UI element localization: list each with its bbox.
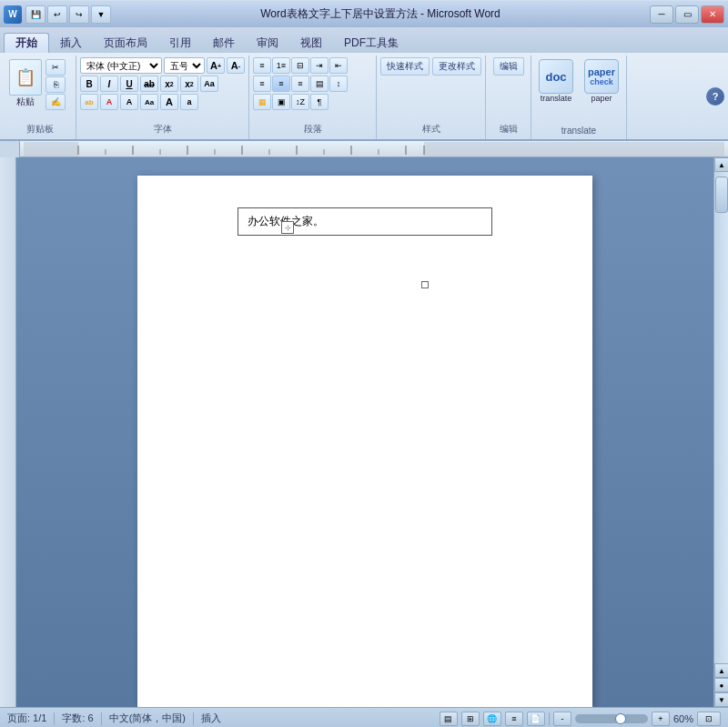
clipboard-buttons: 📋 粘贴 ✂ ⎘ ✍ [7, 57, 72, 121]
italic-button[interactable]: I [100, 76, 118, 92]
minimize-button[interactable]: ─ [650, 5, 673, 24]
align-left-button[interactable]: ≡ [253, 76, 271, 92]
status-separator-4 [549, 712, 550, 725]
ruler-ticks-svg [24, 142, 724, 157]
font-name-select[interactable]: 宋体 (中文正) [80, 57, 162, 74]
format-painter-button[interactable]: ✍ [46, 94, 66, 110]
underline-button[interactable]: U [120, 76, 138, 92]
title-bar: W 💾 ↩ ↪ ▼ Word表格文字上下居中设置方法 - Microsoft W… [0, 0, 728, 27]
quick-styles-button[interactable]: 快速样式 [380, 57, 430, 76]
undo-quick-btn[interactable]: ↩ [47, 5, 67, 24]
change-case-button[interactable]: Aa [140, 94, 158, 110]
zoom-percentage: 60% [673, 713, 693, 724]
tab-pdf-tools[interactable]: PDF工具集 [333, 33, 410, 53]
show-marks-button[interactable]: ¶ [310, 94, 329, 110]
line-spacing-button[interactable]: ↕ [329, 76, 348, 92]
decrease-indent-button[interactable]: ⇤ [329, 57, 348, 74]
tab-home[interactable]: 开始 [4, 33, 49, 53]
document-area[interactable]: ⊹ 办公软件之家。 [16, 157, 713, 707]
styles-controls: 快速样式 更改样式 [380, 57, 481, 121]
font-color-row: ab A A Aa A a [80, 94, 198, 110]
shading-button[interactable]: ▦ [253, 94, 271, 110]
help-button[interactable]: ? [706, 87, 724, 106]
prev-page-button[interactable]: ▲ [714, 663, 728, 678]
paste-icon: 📋 [9, 59, 42, 96]
view-full-screen-button[interactable]: ⊞ [461, 712, 480, 726]
view-outline-button[interactable]: ≡ [505, 712, 523, 726]
table-move-handle[interactable]: ⊹ [281, 221, 294, 234]
copy-button[interactable]: ⎘ [46, 76, 66, 93]
doc-translate-button[interactable]: doc translate [535, 57, 577, 105]
ruler-marks [20, 141, 728, 157]
vertical-scrollbar[interactable]: ▲ ▲ ● ▼ [713, 157, 728, 707]
cut-button[interactable]: ✂ [46, 59, 66, 76]
paper-check-button[interactable]: paper check paper [581, 57, 622, 105]
save-quick-btn[interactable]: 💾 [25, 5, 46, 24]
tab-references[interactable]: 引用 [158, 33, 202, 53]
word-count: 字数: 6 [62, 712, 93, 725]
redo-quick-btn[interactable]: ↪ [69, 5, 89, 24]
tab-page-layout[interactable]: 页面布局 [93, 33, 158, 53]
tab-view[interactable]: 视图 [289, 33, 333, 53]
paste-button[interactable]: 📋 粘贴 [7, 57, 44, 110]
clipboard-group: 📋 粘贴 ✂ ⎘ ✍ 剪贴板 [4, 56, 76, 139]
table-cell[interactable]: 办公软件之家。 [238, 208, 492, 236]
zoom-slider[interactable] [575, 714, 648, 723]
document-page: ⊹ 办公软件之家。 [137, 176, 592, 707]
document-table[interactable]: 办公软件之家。 [238, 207, 492, 236]
large-a-button[interactable]: A [160, 94, 178, 110]
multilevel-list-button[interactable]: ⊟ [291, 57, 309, 74]
select-browse-button[interactable]: ● [714, 678, 728, 692]
next-page-button[interactable]: ▼ [714, 692, 728, 707]
font-format-row: B I U ab x2 x2 Aa [80, 76, 218, 92]
scroll-track[interactable] [714, 172, 728, 663]
font-color-button[interactable]: A [100, 94, 118, 110]
strikethrough-button[interactable]: ab [140, 76, 158, 92]
scroll-up-button[interactable]: ▲ [714, 157, 728, 172]
styles-group: 快速样式 更改样式 样式 [377, 56, 486, 139]
highlight-button[interactable]: ab [80, 94, 98, 110]
fit-window-button[interactable]: ⊡ [697, 712, 721, 726]
view-draft-button[interactable]: 📄 [527, 712, 545, 726]
font-size-select[interactable]: 五号 [164, 57, 205, 74]
sort-button[interactable]: ↕Z [291, 94, 309, 110]
shrink-font-button[interactable]: A- [227, 57, 245, 74]
styles-label: 样式 [380, 121, 481, 137]
change-styles-button[interactable]: 更改样式 [432, 57, 481, 76]
bullet-list-button[interactable]: ≡ [253, 57, 271, 74]
view-web-layout-button[interactable]: 🌐 [483, 712, 501, 726]
justify-button[interactable]: ▤ [310, 76, 329, 92]
customize-quick-btn[interactable]: ▼ [91, 5, 111, 24]
ruler [0, 141, 728, 157]
align-center-button[interactable]: ≡ [272, 76, 290, 92]
increase-indent-button[interactable]: ⇥ [310, 57, 329, 74]
editing-label: 编辑 [490, 121, 527, 137]
tab-mailings[interactable]: 邮件 [202, 33, 246, 53]
superscript-button[interactable]: x2 [180, 76, 198, 92]
font-label: 字体 [80, 121, 245, 137]
paragraph-group: ≡ 1≡ ⊟ ⇥ ⇤ ≡ ≡ ≡ ▤ ↕ ▦ ▣ [249, 56, 377, 139]
bold-button[interactable]: B [80, 76, 98, 92]
scroll-thumb[interactable] [715, 177, 728, 213]
window-controls[interactable]: ─ ▭ ✕ [650, 5, 724, 24]
grow-font-button[interactable]: A+ [207, 57, 225, 74]
close-button[interactable]: ✕ [701, 5, 724, 24]
borders-button[interactable]: ▣ [272, 94, 290, 110]
clear-format-button[interactable]: Aa [200, 76, 218, 92]
table-resize-handle[interactable] [421, 281, 429, 288]
numbered-list-button[interactable]: 1≡ [272, 57, 290, 74]
doc-translate-icon: doc [539, 59, 573, 94]
zoom-thumb[interactable] [615, 713, 626, 724]
restore-button[interactable]: ▭ [675, 5, 699, 24]
view-print-layout-button[interactable]: ▤ [440, 712, 458, 726]
zoom-in-button[interactable]: + [652, 712, 670, 726]
text-effects-button[interactable]: A [120, 94, 138, 110]
zoom-out-button[interactable]: - [553, 712, 571, 726]
editing-button[interactable]: 编辑 [493, 57, 524, 76]
subscript-button[interactable]: x2 [160, 76, 178, 92]
shading-row: ▦ ▣ ↕Z ¶ [253, 94, 348, 110]
align-right-button[interactable]: ≡ [291, 76, 309, 92]
tab-insert[interactable]: 插入 [49, 33, 93, 53]
small-a-button[interactable]: a [180, 94, 198, 110]
tab-review[interactable]: 审阅 [246, 33, 289, 53]
